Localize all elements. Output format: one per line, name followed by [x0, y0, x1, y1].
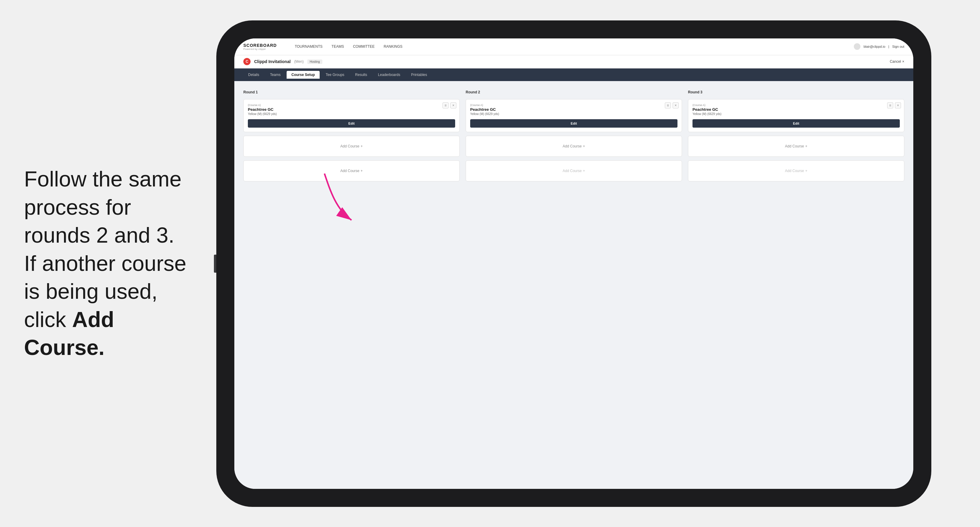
tablet-frame: SCOREBOARD Powered by clippd TOURNAMENTS… [216, 21, 931, 507]
tablet-side-button [214, 255, 216, 273]
nav-right: blair@clippd.io | Sign out [854, 43, 904, 50]
tab-bar: Details Teams Course Setup Tee Groups Re… [234, 68, 913, 81]
round-1-course-name: Peachtree GC [248, 107, 455, 112]
top-nav: SCOREBOARD Powered by clippd TOURNAMENTS… [234, 38, 913, 55]
round-3-course-detail: Yellow (M) (6629 yds) [692, 112, 900, 116]
main-content: Round 1 ≡ × (Course A) Peachtree GC Yell… [234, 81, 913, 489]
round-1-add-course-1[interactable]: Add Course + [243, 136, 460, 157]
logo-title: SCOREBOARD [243, 43, 277, 48]
tab-tee-groups[interactable]: Tee Groups [321, 71, 349, 79]
round-3-label: Round 3 [688, 90, 904, 94]
tab-teams[interactable]: Teams [265, 71, 285, 79]
hosting-badge: Hosting [307, 59, 322, 64]
round-2-course-actions: ≡ × [665, 102, 679, 108]
round-3-delete-icon[interactable]: × [895, 102, 901, 108]
nav-rankings[interactable]: RANKINGS [383, 43, 402, 50]
logo-sub: Powered by clippd [243, 48, 277, 51]
tab-printables[interactable]: Printables [406, 71, 432, 79]
round-3-add-course-2-label: Add Course [785, 169, 804, 173]
round-2-label: Round 2 [466, 90, 682, 94]
round-2-course-name: Peachtree GC [470, 107, 678, 112]
tablet-screen: SCOREBOARD Powered by clippd TOURNAMENTS… [234, 38, 913, 489]
round-3-settings-icon[interactable]: ≡ [887, 102, 893, 108]
round-2-add-plus-icon-1: + [583, 144, 585, 148]
round-2-add-course-2-label: Add Course [563, 169, 582, 173]
round-1-add-course-2[interactable]: Add Course + [243, 160, 460, 181]
user-avatar [854, 43, 861, 50]
round-1-add-course-2-label: Add Course [340, 169, 359, 173]
nav-committee[interactable]: COMMITTEE [353, 43, 375, 50]
round-1-course-card: ≡ × (Course A) Peachtree GC Yellow (M) (… [243, 99, 460, 132]
cancel-button[interactable]: Cancel × [890, 59, 904, 63]
round-3-add-plus-icon-2: + [805, 169, 807, 173]
tab-results[interactable]: Results [350, 71, 372, 79]
tab-details[interactable]: Details [243, 71, 264, 79]
cancel-area: Cancel × [890, 59, 904, 63]
nav-separator: | [888, 45, 889, 48]
sub-header-left: C Clippd Invitational (Men) Hosting [243, 58, 322, 65]
tournament-type: (Men) [294, 59, 304, 63]
round-3-course-label-small: (Course A) [692, 103, 900, 106]
instruction-text: Follow the same process for rounds 2 and… [24, 167, 186, 360]
round-2-add-course-1[interactable]: Add Course + [466, 136, 682, 157]
round-2-delete-icon[interactable]: × [673, 102, 679, 108]
round-3-course-name: Peachtree GC [692, 107, 900, 112]
nav-tournaments[interactable]: TOURNAMENTS [295, 43, 322, 50]
round-2-add-course-1-label: Add Course [563, 144, 582, 148]
round-3-add-plus-icon-1: + [805, 144, 807, 148]
round-3-course-card: ≡ × (Course A) Peachtree GC Yellow (M) (… [688, 99, 904, 132]
round-1-course-detail: Yellow (M) (6629 yds) [248, 112, 455, 116]
round-3-column: Round 3 ≡ × (Course A) Peachtree GC Yell… [688, 90, 904, 181]
round-2-course-detail: Yellow (M) (6629 yds) [470, 112, 678, 116]
round-2-column: Round 2 ≡ × (Course A) Peachtree GC Yell… [466, 90, 682, 181]
round-1-edit-button[interactable]: Edit [248, 119, 455, 128]
round-2-course-card: ≡ × (Course A) Peachtree GC Yellow (M) (… [466, 99, 682, 132]
round-1-delete-icon[interactable]: × [450, 102, 457, 108]
round-1-add-plus-icon-2: + [361, 169, 363, 173]
round-2-course-label-small: (Course A) [470, 103, 678, 106]
user-email: blair@clippd.io [864, 45, 885, 48]
round-3-course-actions: ≡ × [887, 102, 901, 108]
round-1-course-actions: ≡ × [442, 102, 457, 108]
round-3-add-course-1-label: Add Course [785, 144, 804, 148]
round-2-settings-icon[interactable]: ≡ [665, 102, 671, 108]
round-3-add-course-1[interactable]: Add Course + [688, 136, 904, 157]
round-1-column: Round 1 ≡ × (Course A) Peachtree GC Yell… [243, 90, 460, 181]
logo-area: SCOREBOARD Powered by clippd [243, 43, 277, 51]
round-2-add-plus-icon-2: + [583, 169, 585, 173]
rounds-grid: Round 1 ≡ × (Course A) Peachtree GC Yell… [243, 90, 904, 181]
instruction-bold: Add Course. [24, 308, 114, 360]
close-icon: × [902, 59, 904, 63]
tournament-name: Clippd Invitational [254, 59, 291, 64]
nav-teams[interactable]: TEAMS [332, 43, 344, 50]
instruction-panel: Follow the same process for rounds 2 and… [0, 147, 216, 380]
round-3-add-course-2[interactable]: Add Course + [688, 160, 904, 181]
round-1-settings-icon[interactable]: ≡ [442, 102, 449, 108]
round-2-add-course-2[interactable]: Add Course + [466, 160, 682, 181]
tab-course-setup[interactable]: Course Setup [286, 71, 320, 79]
round-1-course-label-small: (Course A) [248, 103, 455, 106]
round-1-add-course-1-label: Add Course [340, 144, 359, 148]
round-2-edit-button[interactable]: Edit [470, 119, 678, 128]
round-1-add-plus-icon-1: + [361, 144, 363, 148]
sub-header: C Clippd Invitational (Men) Hosting Canc… [234, 55, 913, 68]
round-1-label: Round 1 [243, 90, 460, 94]
tab-leaderboards[interactable]: Leaderboards [373, 71, 405, 79]
sign-out-link[interactable]: Sign out [892, 45, 904, 48]
round-3-edit-button[interactable]: Edit [692, 119, 900, 128]
app-icon: C [243, 58, 251, 65]
nav-links: TOURNAMENTS TEAMS COMMITTEE RANKINGS [295, 43, 842, 50]
